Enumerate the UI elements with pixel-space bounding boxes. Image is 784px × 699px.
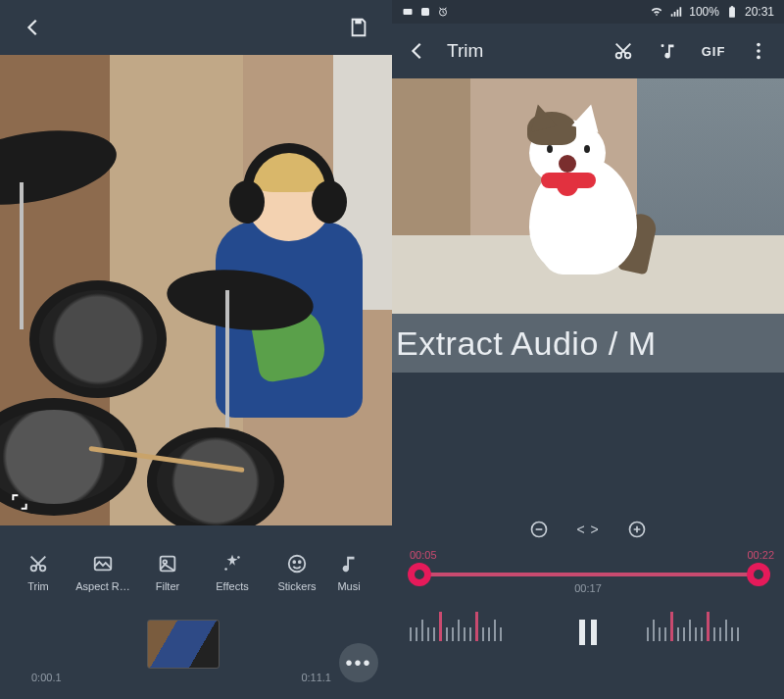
- trim-duration-label: 00:17: [574, 582, 602, 594]
- more-button[interactable]: •••: [339, 643, 378, 682]
- svg-point-6: [237, 556, 240, 559]
- tool-label: Filter: [156, 580, 179, 592]
- pause-button[interactable]: [570, 615, 606, 650]
- battery-text: 100%: [689, 5, 719, 19]
- battery-icon: [725, 5, 739, 19]
- status-bar: 100% 20:31: [392, 0, 784, 24]
- notif-alarm-icon: [437, 6, 449, 18]
- video-preview[interactable]: [0, 55, 392, 525]
- trim-slider[interactable]: 00:05 00:22 00:17: [392, 549, 784, 598]
- wifi-icon: [650, 5, 663, 19]
- zoom-controls: < >: [392, 510, 784, 549]
- svg-rect-12: [421, 8, 429, 16]
- tool-label: Musi: [337, 580, 360, 592]
- tool-stickers[interactable]: Stickers: [265, 553, 329, 592]
- timeline-start: 0:00.1: [31, 672, 62, 683]
- svg-point-20: [757, 56, 760, 60]
- clock-text: 20:31: [745, 5, 774, 19]
- trim-start-handle[interactable]: [408, 563, 431, 586]
- overflow-button[interactable]: [739, 31, 778, 71]
- svg-point-8: [289, 556, 306, 573]
- save-button[interactable]: [339, 8, 378, 47]
- tool-trim[interactable]: Trim: [6, 553, 71, 592]
- tool-filter[interactable]: Filter: [135, 553, 200, 592]
- tool-label: Effects: [216, 580, 248, 592]
- playback-row: [392, 598, 784, 667]
- ruler-right[interactable]: [647, 608, 774, 641]
- signal-icon: [669, 5, 683, 19]
- tool-effects[interactable]: Effects: [200, 553, 265, 592]
- trim-end-handle[interactable]: [747, 563, 770, 586]
- top-bar: [0, 0, 392, 55]
- trim-screen: 100% 20:31 Trim GIF: [392, 0, 784, 699]
- svg-rect-0: [355, 20, 361, 25]
- tool-aspect-ratio[interactable]: Aspect R…: [71, 553, 135, 592]
- trim-end-label: 00:22: [747, 549, 774, 561]
- svg-rect-14: [729, 7, 735, 17]
- svg-point-5: [163, 560, 167, 564]
- tool-label: Aspect R…: [75, 580, 130, 592]
- back-button[interactable]: [398, 31, 437, 71]
- tool-music[interactable]: Musi: [329, 553, 368, 592]
- screen-title: Trim: [447, 40, 598, 62]
- caption-text: Extract Audio / M: [396, 325, 657, 363]
- tool-bar: Trim Aspect R… Filter Effects Stickers M…: [0, 525, 392, 614]
- notif-play-icon: [419, 6, 431, 18]
- ruler-left[interactable]: [410, 608, 537, 641]
- cut-button[interactable]: [604, 31, 643, 71]
- fullscreen-icon[interactable]: [10, 492, 29, 516]
- zoom-out-button[interactable]: [529, 520, 549, 539]
- tool-label: Stickers: [277, 580, 316, 592]
- svg-point-18: [757, 43, 760, 47]
- zoom-in-button[interactable]: [627, 520, 647, 539]
- back-button[interactable]: [14, 8, 53, 47]
- add-music-button[interactable]: [649, 31, 688, 71]
- notif-mail-icon: [402, 6, 414, 18]
- gif-button[interactable]: GIF: [694, 31, 733, 71]
- clip-thumbnail[interactable]: [147, 620, 220, 669]
- top-bar: Trim GIF: [392, 24, 784, 78]
- editor-screen: Trim Aspect R… Filter Effects Stickers M…: [0, 0, 392, 699]
- trim-start-label: 00:05: [410, 549, 437, 561]
- svg-point-7: [224, 568, 227, 571]
- svg-rect-11: [404, 9, 413, 15]
- svg-rect-15: [731, 6, 733, 8]
- svg-point-10: [299, 561, 301, 563]
- snap-button[interactable]: < >: [576, 522, 599, 537]
- caption-strip: Extract Audio / M: [392, 314, 784, 373]
- timeline[interactable]: 0:00.1 0:11.1 •••: [0, 614, 392, 699]
- tool-label: Trim: [27, 580, 49, 592]
- timeline-end: 0:11.1: [301, 672, 331, 683]
- svg-point-19: [757, 49, 760, 53]
- video-preview[interactable]: [392, 78, 784, 314]
- svg-point-9: [293, 561, 295, 563]
